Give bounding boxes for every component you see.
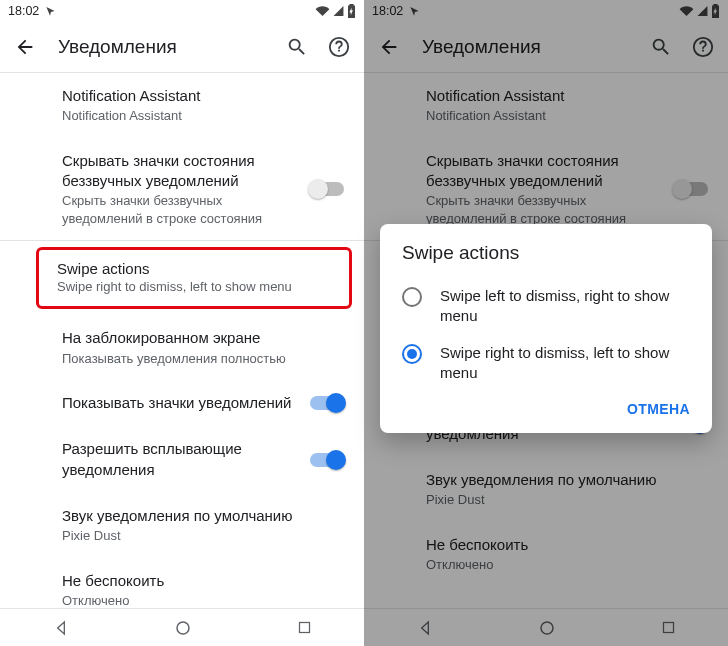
divider [0, 240, 364, 241]
app-bar: Уведомления [364, 22, 728, 72]
page-title: Уведомления [58, 36, 264, 58]
nav-back-icon[interactable] [417, 620, 433, 636]
item-show-notification-icons[interactable]: Показывать значки уведомлений [0, 380, 364, 426]
status-time: 18:02 [372, 4, 403, 18]
item-subtitle: Скрыть значки беззвучных уведомлений в с… [426, 192, 662, 227]
toggle-switch-on[interactable] [310, 396, 344, 410]
dialog-swipe-actions: Swipe actions Swipe left to dismiss, rig… [380, 224, 712, 433]
item-allow-popups[interactable]: Разрешить всплывающие уведомления [0, 426, 364, 493]
navigation-bar [0, 608, 364, 646]
item-lock-screen[interactable]: На заблокированном экране Показывать уве… [0, 315, 364, 380]
item-hide-silent-icons[interactable]: Скрывать значки состояния беззвучных уве… [0, 138, 364, 241]
app-bar: Уведомления [0, 22, 364, 72]
item-subtitle: Отключено [426, 556, 708, 574]
item-subtitle: Notification Assistant [426, 107, 708, 125]
svg-point-4 [541, 622, 553, 634]
signal-icon [697, 5, 708, 17]
nav-home-icon[interactable] [174, 619, 192, 637]
toggle-switch-off[interactable] [674, 182, 708, 196]
location-icon [45, 6, 56, 17]
item-do-not-disturb[interactable]: Не беспокоить Отключено [0, 558, 364, 608]
nav-recent-icon[interactable] [661, 620, 676, 635]
dialog-option-swipe-left[interactable]: Swipe left to dismiss, right to show men… [402, 278, 690, 335]
settings-list: Notification Assistant Notification Assi… [0, 73, 364, 608]
item-title: Показывать значки уведомлений [62, 393, 298, 413]
item-title: Скрывать значки состояния беззвучных уве… [426, 151, 662, 192]
signal-icon [333, 5, 344, 17]
radio-unselected-icon[interactable] [402, 287, 422, 307]
item-title: Звук уведомления по умолчанию [62, 506, 344, 526]
phone-screen-left: 18:02 Уведомления Notification Assistant… [0, 0, 364, 646]
item-notification-assistant[interactable]: Notification Assistant Notification Assi… [0, 73, 364, 138]
status-bar: 18:02 [0, 0, 364, 22]
battery-icon [711, 4, 720, 18]
item-title: Notification Assistant [62, 86, 344, 106]
wifi-icon [315, 5, 330, 17]
help-icon[interactable] [692, 36, 714, 58]
svg-point-1 [177, 622, 189, 634]
item-subtitle: Показывать уведомления полностью [62, 350, 344, 368]
option-label: Swipe right to dismiss, left to show men… [440, 343, 690, 384]
item-title: Swipe actions [57, 260, 335, 277]
toggle-switch-on[interactable] [310, 453, 344, 467]
dialog-option-swipe-right[interactable]: Swipe right to dismiss, left to show men… [402, 335, 690, 392]
back-arrow-icon[interactable] [14, 36, 36, 58]
radio-selected-icon[interactable] [402, 344, 422, 364]
svg-rect-5 [663, 623, 673, 633]
item-title: Разрешить всплывающие уведомления [62, 439, 298, 480]
dialog-title: Swipe actions [402, 242, 690, 264]
nav-home-icon[interactable] [538, 619, 556, 637]
item-subtitle: Notification Assistant [62, 107, 344, 125]
phone-screen-right: 18:02 Уведомления Notification Assistant… [364, 0, 728, 646]
toggle-switch-off[interactable] [310, 182, 344, 196]
status-bar: 18:02 [364, 0, 728, 22]
item-subtitle: Скрыть значки беззвучных уведомлений в с… [62, 192, 298, 227]
item-notification-assistant[interactable]: Notification Assistant Notification Assi… [364, 73, 728, 138]
item-do-not-disturb[interactable]: Не беспокоить Отключено [364, 522, 728, 587]
item-title: На заблокированном экране [62, 328, 344, 348]
item-title: Звук уведомления по умолчанию [426, 470, 708, 490]
item-subtitle: Отключено [62, 592, 344, 608]
item-subtitle: Pixie Dust [426, 491, 708, 509]
nav-recent-icon[interactable] [297, 620, 312, 635]
svg-rect-2 [299, 623, 309, 633]
item-title: Notification Assistant [426, 86, 708, 106]
item-title: Не беспокоить [62, 571, 344, 591]
item-default-sound[interactable]: Звук уведомления по умолчанию Pixie Dust [364, 457, 728, 522]
cancel-button[interactable]: ОТМЕНА [627, 401, 690, 417]
item-default-sound[interactable]: Звук уведомления по умолчанию Pixie Dust [0, 493, 364, 558]
wifi-icon [679, 5, 694, 17]
option-label: Swipe left to dismiss, right to show men… [440, 286, 690, 327]
nav-back-icon[interactable] [53, 620, 69, 636]
navigation-bar [364, 608, 728, 646]
item-subtitle: Pixie Dust [62, 527, 344, 545]
item-swipe-actions-highlighted[interactable]: Swipe actions Swipe right to dismiss, le… [36, 247, 352, 309]
item-title: Скрывать значки состояния беззвучных уве… [62, 151, 298, 192]
search-icon[interactable] [650, 36, 672, 58]
item-title: Не беспокоить [426, 535, 708, 555]
location-icon [409, 6, 420, 17]
item-subtitle: Swipe right to dismiss, left to show men… [57, 279, 335, 294]
back-arrow-icon[interactable] [378, 36, 400, 58]
status-time: 18:02 [8, 4, 39, 18]
search-icon[interactable] [286, 36, 308, 58]
page-title: Уведомления [422, 36, 628, 58]
battery-icon [347, 4, 356, 18]
help-icon[interactable] [328, 36, 350, 58]
